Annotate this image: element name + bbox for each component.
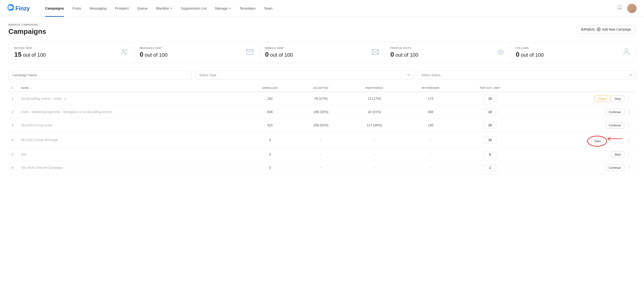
col-header-hash: # (8, 84, 18, 92)
row-6-perdaylimit-input[interactable] (484, 164, 496, 171)
table-row: 2Invite - Marketing Agencies - Bengalore… (8, 105, 636, 119)
col-header-perdaylimit: PER DAY LIMIT (459, 84, 522, 92)
svg-point-5 (126, 49, 127, 51)
row-4-highlight-wrap: Start (590, 138, 604, 144)
row-3-responded: 117 (46%) (346, 119, 403, 132)
row-3-more-button[interactable]: ⋮ (625, 122, 632, 128)
row-6-enrolled: 0 (244, 161, 296, 174)
stat-card-inmails-content: INMAILS SENT 0 out of 100 (265, 47, 293, 58)
row-1-stop-button[interactable]: Stop (611, 96, 624, 102)
row-6-continue-button[interactable]: Continue (605, 165, 624, 171)
nav-messaging[interactable]: Messaging (86, 0, 111, 17)
row-5-perdaylimit-input[interactable] (484, 151, 496, 158)
logo[interactable]: Finzy (8, 3, 30, 13)
row-4-more-button[interactable]: ⋮ (625, 138, 632, 144)
row-5-more-button[interactable]: ⋮ (625, 151, 632, 157)
campaigns-table-wrap: # NAME ↕ ENROLLED ACCEPTED RESPONDED WIT… (8, 84, 636, 174)
stat-follows-value: 0 out of 100 (516, 51, 544, 58)
row-4-actions: Start ⋮ (522, 132, 636, 148)
row-2-actions: Continue⋮ (522, 105, 636, 119)
row-3-perdaylimit-input[interactable] (484, 122, 496, 128)
row-4-accepted: - (296, 132, 346, 148)
row-2-name: Invite - Marketing Agencies - Bengalore … (18, 105, 244, 119)
row-5-start-button[interactable]: Start (611, 151, 624, 158)
nav-suppression[interactable]: Suppression List (176, 0, 211, 17)
stat-invites-value: 15 out of 100 (14, 51, 46, 58)
row-1-name: Social selling events - Invite - Li (18, 92, 244, 105)
notification-bell-icon[interactable] (617, 5, 622, 12)
table-row: 39513193 Group Invite415256 (62%)117 (46… (8, 119, 636, 132)
row-3-continue-button[interactable]: Continue (605, 122, 624, 128)
row-6-actions: Continue⋮ (522, 161, 636, 174)
row-1-accepted: 78 (27%) (296, 92, 346, 105)
nav-queue[interactable]: Queue (133, 0, 152, 17)
row-1-pause-button[interactable]: Pause (594, 96, 610, 102)
row-4-num: 4 (8, 132, 18, 148)
stat-cards: INVITES SENT 15 out of 100 MESSAGES SENT (8, 42, 636, 63)
page-content: MANAGE CAMPAIGNS. Campaigns &#oplus; Add… (0, 17, 644, 181)
nav-team[interactable]: Team (260, 0, 277, 17)
add-campaign-label: Add New Campaign (602, 27, 631, 31)
row-6-more-button[interactable]: ⋮ (625, 164, 632, 170)
row-4-start-button[interactable]: Start (591, 138, 604, 144)
stat-invites-suffix: out of 100 (23, 52, 46, 58)
user-avatar[interactable] (627, 4, 636, 13)
row-1-more-button[interactable]: ⋮ (625, 95, 632, 101)
svg-line-9 (376, 52, 378, 54)
campaign-name-input[interactable] (8, 71, 192, 79)
row-3-actions: Continue⋮ (522, 119, 636, 132)
mail-icon (246, 49, 254, 56)
blacklist-chevron: ▼ (170, 7, 172, 10)
nav-manage[interactable]: Manage ▼ (211, 0, 235, 17)
manage-chevron: ▼ (229, 7, 231, 10)
stat-inmails-suffix: out of 100 (270, 52, 293, 58)
row-6-withdrawn: - (402, 161, 459, 174)
nav-posts[interactable]: Posts (68, 0, 86, 17)
row-1-perdaylimit (459, 92, 522, 105)
filters: Select Type Select Status (8, 71, 636, 79)
logo-d (8, 3, 16, 13)
nav-blacklist[interactable]: Blacklist ▼ (152, 0, 177, 17)
table-row: 6Tao Multi Channel Campaign0---Continue⋮ (8, 161, 636, 174)
stat-card-messages-content: MESSAGES SENT 0 out of 100 (140, 47, 168, 58)
plus-circle-icon (597, 27, 600, 31)
svg-point-4 (122, 49, 124, 51)
row-5-withdrawn: - (402, 148, 459, 161)
table-header: # NAME ↕ ENROLLED ACCEPTED RESPONDED WIT… (8, 84, 636, 92)
logo-text: Finzy (16, 5, 30, 12)
row-6-accepted: - (296, 161, 346, 174)
row-2-perdaylimit-input[interactable] (484, 109, 496, 115)
stat-card-follows: FOLLOWS 0 out of 100 (510, 42, 635, 63)
row-2-responded: 42 (21%) (346, 105, 403, 119)
table-row: 49513193 Group Message0---Start ⋮ (8, 132, 636, 148)
nav-links: Campaigns Posts Messaging Prospect Queue… (41, 0, 617, 17)
col-header-name[interactable]: NAME ↕ (18, 84, 244, 92)
row-2-accepted: 196 (32%) (296, 105, 346, 119)
add-campaign-button[interactable]: &#oplus; Add New Campaign (576, 25, 636, 33)
table-row: 5test0---Start⋮ (8, 148, 636, 161)
row-1-perdaylimit-input[interactable] (484, 95, 496, 102)
row-4-withdrawn: - (402, 132, 459, 148)
nav-prospect[interactable]: Prospect (111, 0, 133, 17)
col-header-actions (522, 84, 636, 92)
row-2-continue-button[interactable]: Continue (605, 109, 624, 115)
select-status-dropdown[interactable]: Select Status (417, 71, 636, 79)
stat-card-profile-content: PROFILE VISITS 0 out of 100 (390, 47, 418, 58)
nav-campaigns[interactable]: Campaigns (41, 0, 68, 17)
nav-right (617, 4, 636, 13)
row-4-perdaylimit-input[interactable] (484, 137, 496, 143)
row-3-perdaylimit (459, 119, 522, 132)
stat-card-invites: INVITES SENT 15 out of 100 (9, 42, 134, 63)
row-4-perdaylimit (459, 132, 522, 148)
row-4-responded: - (346, 132, 403, 148)
page-title: Campaigns (8, 27, 46, 35)
select-type-dropdown[interactable]: Select Type (195, 71, 414, 79)
stat-messages-value: 0 out of 100 (140, 51, 168, 58)
row-2-more-button[interactable]: ⋮ (625, 109, 632, 115)
row-4-enrolled: 0 (244, 132, 296, 148)
nav-templates[interactable]: Templates (235, 0, 260, 17)
stat-profile-value: 0 out of 100 (390, 51, 418, 58)
stat-inmails-highlight: 0 (265, 51, 269, 58)
col-header-enrolled: ENROLLED (244, 84, 296, 92)
row-3-withdrawn: 146 (402, 119, 459, 132)
